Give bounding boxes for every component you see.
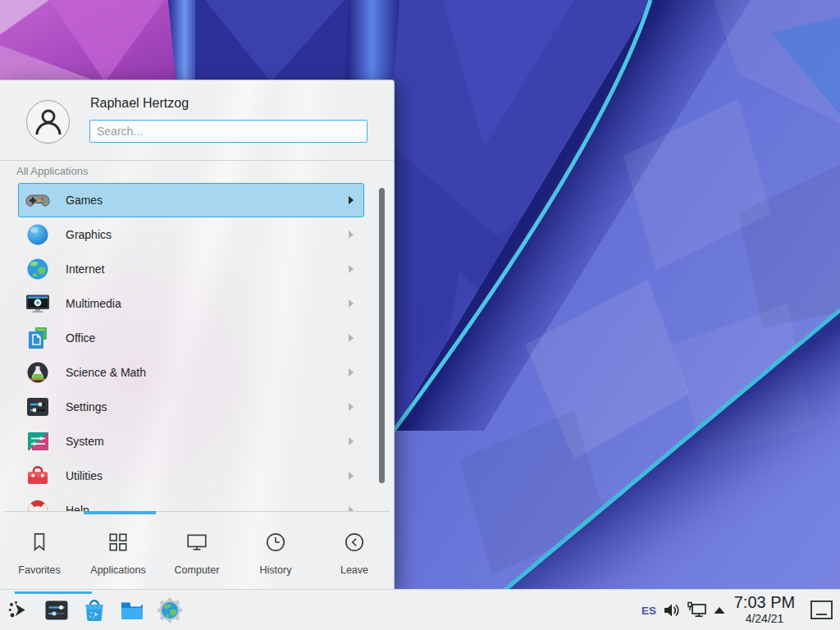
header-separator [0,160,394,161]
tabbar-separator [4,511,390,512]
app-category-internet[interactable]: Internet [18,252,364,286]
submenu-arrow-icon [349,472,354,480]
tab-favorites[interactable]: Favorites [0,516,79,589]
lifebuoy-icon [25,497,51,511]
network-icon[interactable] [686,600,709,620]
app-category-settings[interactable]: Settings [18,390,364,424]
documents-icon [25,325,51,351]
application-category-list: Games Graphics [18,183,364,511]
app-category-label: Games [66,194,349,207]
app-category-label: Utilities [66,469,349,482]
submenu-arrow-icon [349,437,354,445]
submenu-arrow-icon [349,368,354,377]
system-settings-icon[interactable] [43,597,70,623]
flask-icon [25,359,51,386]
submenu-arrow-icon [349,196,354,204]
app-category-label: Office [66,331,349,345]
app-category-label: Multimedia [66,297,349,310]
computer-icon [185,531,208,557]
grid-icon [107,531,130,557]
submenu-arrow-icon [349,334,354,342]
kde-launcher-icon[interactable] [6,597,32,623]
clock-icon [264,531,287,557]
app-category-games[interactable]: Games [18,183,364,217]
expand-tray-icon[interactable] [712,604,727,617]
leave-icon [343,531,366,557]
gamepad-icon [25,187,51,213]
tab-label: Computer [175,564,220,576]
system-sliders-icon [25,428,51,454]
kickoff-tabbar: Favorites Applications Comp [0,516,394,589]
tab-label: Favorites [18,564,60,576]
monitor-play-icon [25,290,51,317]
tab-history[interactable]: History [236,516,315,589]
active-tab-indicator [84,511,156,514]
tab-label: Applications [90,564,145,576]
tab-label: History [260,564,292,576]
user-name: Raphael Hertzog [90,96,189,111]
app-category-label: Internet [66,262,349,276]
show-desktop-button[interactable] [810,600,833,619]
globe-icon [25,256,51,282]
search-input[interactable] [89,120,368,143]
discover-icon[interactable] [81,597,107,623]
clock-date: 4/24/21 [728,612,801,626]
digital-clock[interactable]: 7:03 PM 4/24/21 [728,592,801,628]
tab-applications[interactable]: Applications [79,516,158,589]
user-avatar[interactable] [26,100,70,144]
kickoff-launcher-menu: Raphael Hertzog All Applications Games [0,80,395,589]
list-scrollbar[interactable] [379,188,385,483]
taskbar-panel: ES 7:03 PM 4/24/21 [0,589,840,630]
section-label: All Applications [16,165,88,177]
submenu-arrow-icon [349,231,354,239]
submenu-arrow-icon [349,299,354,308]
volume-icon[interactable] [661,600,681,620]
toolbox-icon [25,463,51,489]
tab-label: Leave [340,564,368,576]
app-category-office[interactable]: Office [18,321,364,355]
tab-computer[interactable]: Computer [158,516,236,589]
app-category-utilities[interactable]: Utilities [18,459,364,493]
app-category-label: System [66,435,349,448]
tab-leave[interactable]: Leave [315,516,394,589]
sliders-icon [25,394,51,420]
user-icon [30,103,67,141]
app-category-label: Settings [66,400,349,413]
web-browser-icon[interactable] [157,597,183,623]
bookmark-icon [28,531,51,557]
file-manager-icon[interactable] [119,597,145,623]
submenu-arrow-icon [349,403,354,411]
app-category-label: Science & Math [66,366,349,379]
active-task-indicator [15,591,92,594]
app-category-multimedia[interactable]: Multimedia [18,286,364,321]
app-category-label: Help [66,504,349,511]
keyboard-layout-indicator[interactable]: ES [638,600,660,620]
app-category-help[interactable]: Help [18,493,364,511]
clock-time: 7:03 PM [728,592,801,612]
app-category-graphics[interactable]: Graphics [18,217,364,252]
app-category-system[interactable]: System [18,424,364,459]
submenu-arrow-icon [349,265,354,273]
app-category-science-math[interactable]: Science & Math [18,355,364,390]
sphere-icon [25,221,51,248]
app-category-label: Graphics [66,228,349,241]
